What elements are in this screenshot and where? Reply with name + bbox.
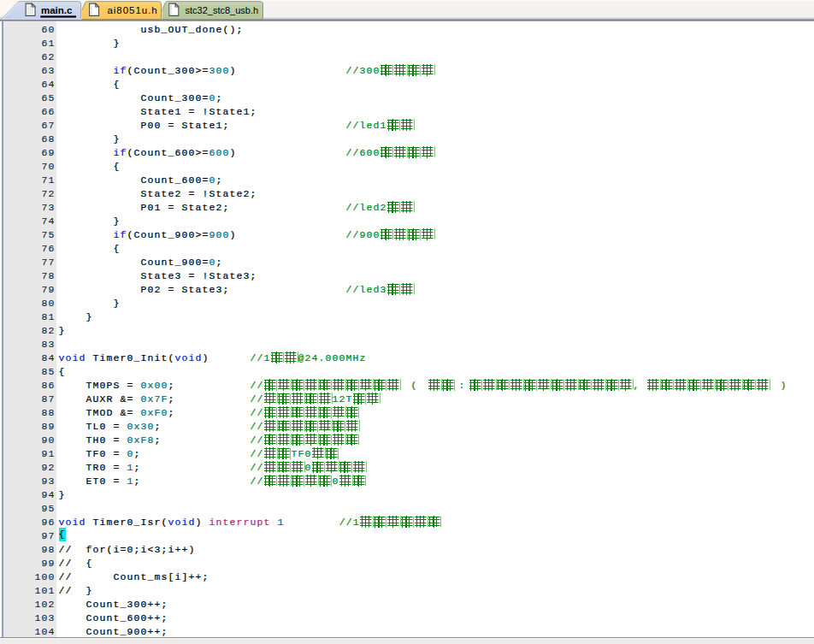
svg-text:ai8051u.h: ai8051u.h <box>108 5 158 15</box>
svg-text:stc32_stc8_usb.h: stc32_stc8_usb.h <box>186 5 259 15</box>
svg-text:main.c: main.c <box>41 5 73 15</box>
